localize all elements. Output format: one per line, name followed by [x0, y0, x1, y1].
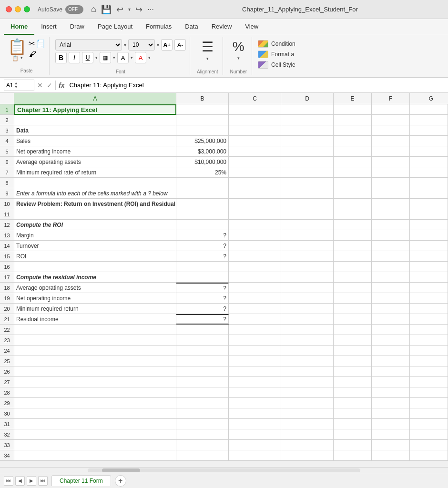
cell-a24[interactable] — [14, 346, 176, 356]
cell-e18[interactable] — [334, 283, 372, 293]
row-header-13[interactable]: 13 — [0, 230, 14, 241]
cell-b22[interactable] — [176, 325, 229, 335]
row-header-19[interactable]: 19 — [0, 293, 14, 304]
cell-f26[interactable] — [372, 366, 410, 377]
font-color-btn[interactable]: A — [135, 52, 146, 63]
cell-f2[interactable] — [372, 115, 410, 125]
cell-d4[interactable] — [281, 136, 334, 146]
tab-draw[interactable]: Draw — [63, 19, 91, 35]
cell-b31[interactable] — [176, 419, 229, 429]
formula-input[interactable] — [67, 81, 444, 89]
cell-e20[interactable] — [334, 304, 372, 314]
row-header-7[interactable]: 7 — [0, 167, 14, 178]
paste-icon[interactable]: 📋 — [8, 39, 27, 54]
cell-d11[interactable] — [281, 209, 334, 220]
cell-d25[interactable] — [281, 356, 334, 366]
cell-g4[interactable] — [410, 136, 448, 146]
cell-a9[interactable]: Enter a formula into each of the cells m… — [14, 188, 176, 199]
cell-b25[interactable] — [176, 356, 229, 366]
cell-b29[interactable] — [176, 398, 229, 408]
cell-g26[interactable] — [410, 366, 448, 377]
cell-b27[interactable] — [176, 377, 229, 387]
row-header-27[interactable]: 27 — [0, 377, 14, 387]
font-size-select[interactable]: 10 — [128, 39, 155, 51]
cell-d15[interactable] — [281, 251, 334, 262]
col-header-e[interactable]: E — [334, 93, 372, 104]
cell-a19[interactable]: Net operating income — [14, 293, 176, 304]
font-family-select[interactable]: Arial — [55, 39, 122, 51]
row-header-31[interactable]: 31 — [0, 419, 14, 429]
cell-a10[interactable]: Review Problem: Return on Investment (RO… — [14, 199, 176, 209]
cell-a27[interactable] — [14, 377, 176, 387]
cell-a29[interactable] — [14, 398, 176, 408]
cell-a26[interactable] — [14, 366, 176, 377]
cell-g3[interactable] — [410, 125, 448, 136]
col-header-c[interactable]: C — [229, 93, 281, 104]
cell-c25[interactable] — [229, 356, 281, 366]
paste-sub-icon[interactable]: 📋 — [12, 55, 19, 61]
cell-g7[interactable] — [410, 167, 448, 178]
close-button[interactable] — [6, 6, 12, 12]
cell-d31[interactable] — [281, 419, 334, 429]
cell-b4[interactable]: $25,000,000 — [176, 136, 229, 146]
cell-c9[interactable] — [229, 188, 281, 199]
cell-c29[interactable] — [229, 398, 281, 408]
cell-a15[interactable]: ROI — [14, 251, 176, 262]
cell-a5[interactable]: Net operating income — [14, 146, 176, 157]
cell-d20[interactable] — [281, 304, 334, 314]
tab-insert[interactable]: Insert — [34, 19, 63, 35]
tab-data[interactable]: Data — [178, 19, 204, 35]
cell-g32[interactable] — [410, 429, 448, 440]
cell-e14[interactable] — [334, 241, 372, 251]
tab-view[interactable]: View — [238, 19, 265, 35]
cell-e16[interactable] — [334, 262, 372, 272]
cell-b20[interactable]: ? — [176, 304, 229, 314]
cell-a20[interactable]: Minimum required return — [14, 304, 176, 314]
cell-a32[interactable] — [14, 429, 176, 440]
row-header-28[interactable]: 28 — [0, 387, 14, 398]
cell-a11[interactable] — [14, 209, 176, 220]
cell-f32[interactable] — [372, 429, 410, 440]
cell-d23[interactable] — [281, 335, 334, 346]
cell-f24[interactable] — [372, 346, 410, 356]
cell-e5[interactable] — [334, 146, 372, 157]
row-header-11[interactable]: 11 — [0, 209, 14, 220]
cell-e11[interactable] — [334, 209, 372, 220]
cell-b13[interactable]: ? — [176, 230, 229, 241]
cell-d26[interactable] — [281, 366, 334, 377]
row-header-21[interactable]: 21 — [0, 314, 14, 325]
cell-g27[interactable] — [410, 377, 448, 387]
cell-e25[interactable] — [334, 356, 372, 366]
cancel-formula-icon[interactable]: ✕ — [37, 81, 43, 89]
cell-g30[interactable] — [410, 408, 448, 419]
row-header-18[interactable]: 18 — [0, 283, 14, 293]
cell-e3[interactable] — [334, 125, 372, 136]
cell-e27[interactable] — [334, 377, 372, 387]
cell-f22[interactable] — [372, 325, 410, 335]
underline-btn[interactable]: U — [82, 52, 93, 63]
minimize-button[interactable] — [15, 6, 21, 12]
cell-g20[interactable] — [410, 304, 448, 314]
cell-e12[interactable] — [334, 220, 372, 230]
cell-f23[interactable] — [372, 335, 410, 346]
cell-d12[interactable] — [281, 220, 334, 230]
cell-d29[interactable] — [281, 398, 334, 408]
cell-f7[interactable] — [372, 167, 410, 178]
cell-e19[interactable] — [334, 293, 372, 304]
cell-c32[interactable] — [229, 429, 281, 440]
tab-next-btn[interactable]: ▶ — [27, 476, 36, 486]
cell-d16[interactable] — [281, 262, 334, 272]
row-header-5[interactable]: 5 — [0, 146, 14, 157]
cell-c26[interactable] — [229, 366, 281, 377]
cell-a18[interactable]: Average operating assets — [14, 283, 176, 293]
cell-d3[interactable] — [281, 125, 334, 136]
cell-f6[interactable] — [372, 157, 410, 167]
cell-g24[interactable] — [410, 346, 448, 356]
cell-c8[interactable] — [229, 178, 281, 188]
row-header-3[interactable]: 3 — [0, 125, 14, 136]
cell-b14[interactable]: ? — [176, 241, 229, 251]
cell-g25[interactable] — [410, 356, 448, 366]
cell-g1[interactable] — [410, 104, 448, 115]
cell-b10[interactable] — [176, 199, 229, 209]
cell-b8[interactable] — [176, 178, 229, 188]
